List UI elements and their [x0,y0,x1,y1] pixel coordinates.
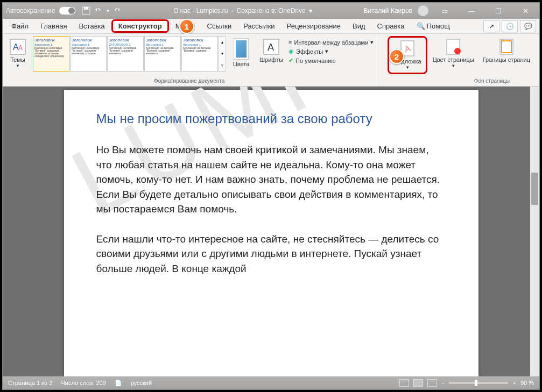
minimize-icon[interactable]: — [461,3,482,19]
group-label-formatting: Форматирование документа [5,78,374,85]
tab-home[interactable]: Главная [35,20,72,32]
tab-references[interactable]: Ссылки [202,20,237,32]
paragraph[interactable]: Но Вы можете помочь нам своей критикой и… [96,142,446,217]
read-mode-icon[interactable] [399,379,409,387]
style-gallery[interactable]: ЗаголовокЗаголовок 1Коллекция на вкладке… [33,36,226,72]
colors-button[interactable]: Цвета [228,36,254,69]
check-icon: ✔ [288,57,293,64]
gallery-item[interactable]: ЗаголовокЗаголовок 1Коллекция на вкладке… [70,36,107,72]
tell-me[interactable]: 🔍Помощ [411,20,455,32]
tab-file[interactable]: Файл [6,20,34,32]
scroll-thumb[interactable] [531,173,538,205]
effects-icon: ◉ [288,48,294,55]
tab-insert[interactable]: Вставка [73,20,110,32]
page-borders-button[interactable]: Границы страниц [480,36,533,65]
save-icon[interactable] [82,6,90,15]
undo-icon[interactable] [94,6,102,15]
comments-button[interactable]: 💬 [520,20,536,32]
zoom-slider[interactable] [449,382,508,384]
svg-text:A: A [18,44,23,52]
language-status[interactable]: русский [131,380,152,386]
scrollbar[interactable] [530,87,539,376]
tab-mailings[interactable]: Рассылки [238,20,280,32]
gallery-item[interactable]: ЗаголовокЗАГОЛОВОК 1Коллекция на вкладке… [107,36,144,72]
group-label-background: Фон страницы [378,78,537,85]
titlebar: Автосохранение ▼ О нас - Lumpics.ru - Со… [3,3,539,19]
word-count[interactable]: Число слов: 209 [61,380,105,386]
zoom-out-icon[interactable]: − [441,380,445,386]
saved-location: Сохранено в: OneDrive [236,7,305,15]
document-area[interactable]: LUMPI Мы не просим пожертвований за свою… [3,87,539,376]
ribbon-tabs: Файл Главная Вставка Конструктор Макет С… [3,19,539,34]
gallery-more-icon[interactable]: ▴▾▿ [219,36,226,72]
zoom-in-icon[interactable]: + [512,380,516,386]
web-layout-icon[interactable] [427,379,437,387]
paragraph-spacing-button[interactable]: ≡Интервал между абзацами ▾ [288,38,374,46]
callout-badge-1: 1 [179,19,194,34]
qat-dropdown-icon[interactable]: ▼ [105,9,110,13]
fonts-button[interactable]: AШрифты [256,36,286,65]
avatar[interactable] [418,5,428,16]
set-default-button[interactable]: ✔По умолчанию [288,56,374,65]
svg-point-10 [454,48,461,54]
spacing-icon: ≡ [288,39,292,46]
page[interactable]: LUMPI Мы не просим пожертвований за свою… [64,90,478,376]
proofing-icon[interactable]: 📄 [115,380,122,387]
zoom-value[interactable]: 90 % [520,380,534,386]
close-icon[interactable]: ✕ [515,3,536,19]
gallery-item[interactable]: ЗаголовокЗаголовок 1Коллекция на вкладке… [181,36,218,72]
themes-button[interactable]: AA Темы▼ [5,36,31,71]
tab-help[interactable]: Справка [372,20,410,32]
autosave-toggle[interactable] [59,7,75,15]
svg-rect-1 [84,7,88,10]
doc-title: О нас - Lumpics.ru [173,7,228,15]
tab-review[interactable]: Рецензирование [281,20,346,32]
effects-button[interactable]: ◉Эффекты ▾ [288,47,374,55]
search-icon: 🔍 [417,22,425,30]
autosave-label: Автосохранение [6,7,55,15]
callout-badge-2: 2 [389,49,404,64]
heading[interactable]: Мы не просим пожертвований за свою работ… [96,111,446,126]
print-layout-icon[interactable] [413,379,423,387]
share-button[interactable]: ↗ [483,20,499,32]
gallery-item[interactable]: ЗаголовокЗаголовок 1Коллекция на вкладке… [33,36,69,72]
ribbon: AA Темы▼ ЗаголовокЗаголовок 1Коллекция н… [3,34,539,87]
page-color-button[interactable]: Цвет страницы▼ [430,36,477,71]
statusbar: Страница 1 из 2 Число слов: 209 📄 русски… [3,376,539,389]
ribbon-options-icon[interactable]: ▭ [434,3,455,19]
gallery-item[interactable]: ЗаголовокЗаголовок 1Коллекция на вкладке… [144,36,181,72]
history-button[interactable]: 🕓 [502,20,518,32]
redo-icon[interactable] [113,6,122,15]
tab-view[interactable]: Вид [347,20,371,32]
maximize-icon[interactable]: ☐ [488,3,509,19]
svg-text:A: A [268,42,274,53]
page-status[interactable]: Страница 1 из 2 [8,380,52,386]
paragraph[interactable]: Если нашли что-то интересное на сайте, н… [96,232,446,276]
tab-design[interactable]: Конструктор [111,19,169,33]
user-name[interactable]: Виталий Каиров [363,7,412,15]
